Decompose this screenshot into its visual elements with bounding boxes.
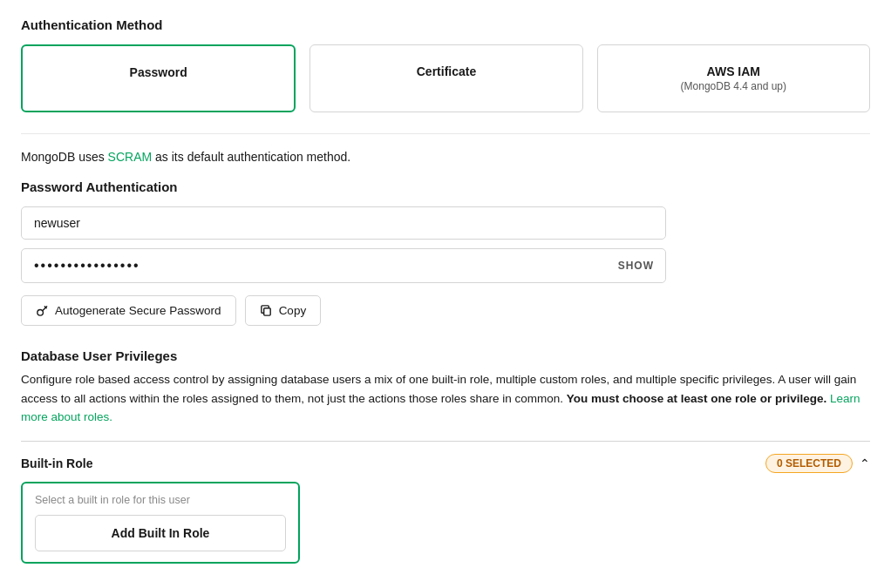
username-input[interactable] [21, 206, 666, 240]
auth-method-options: Password Certificate AWS IAM (MongoDB 4.… [21, 44, 870, 112]
built-in-role-controls: 0 SELECTED ⌃ [765, 454, 870, 473]
select-hint: Select a built in role for this user [35, 494, 286, 506]
password-input[interactable] [21, 248, 666, 283]
built-in-role-header: Built-in Role 0 SELECTED ⌃ [21, 442, 870, 482]
built-in-role-dropdown: Select a built in role for this user Add… [21, 482, 300, 564]
svg-rect-1 [263, 308, 270, 315]
key-icon [36, 304, 49, 317]
copy-icon [260, 304, 273, 317]
show-password-button[interactable]: SHOW [618, 260, 654, 272]
add-built-in-role-button[interactable]: Add Built In Role [35, 515, 286, 551]
password-auth-section: Password Authentication SHOW Autogenerat… [21, 179, 870, 326]
scram-prefix: MongoDB uses [21, 150, 108, 164]
auth-method-title: Authentication Method [21, 17, 870, 32]
db-privileges-desc: Configure role based access control by a… [21, 370, 870, 427]
auth-divider [21, 133, 870, 134]
db-privileges-title: Database User Privileges [21, 348, 870, 363]
copy-label: Copy [279, 304, 307, 317]
autogenerate-label: Autogenerate Secure Password [55, 304, 221, 317]
scram-suffix: as its default authentication method. [152, 150, 350, 164]
scram-info: MongoDB uses SCRAM as its default authen… [21, 150, 870, 164]
auth-option-certificate[interactable]: Certificate [309, 44, 582, 112]
copy-button[interactable]: Copy [245, 295, 322, 326]
built-in-role-label: Built-in Role [21, 456, 92, 470]
auth-option-aws-iam-sub: (MongoDB 4.4 and up) [681, 80, 786, 92]
db-privileges-section: Database User Privileges Configure role … [21, 348, 870, 564]
password-auth-title: Password Authentication [21, 179, 870, 194]
auth-option-password-label: Password [130, 65, 187, 79]
selected-badge-text: 0 SELECTED [777, 457, 841, 470]
selected-badge: 0 SELECTED [765, 454, 853, 473]
db-privileges-desc-bold: You must choose at least one role or pri… [567, 392, 826, 405]
password-wrapper: SHOW [21, 248, 666, 283]
auth-option-aws-iam[interactable]: AWS IAM (MongoDB 4.4 and up) [597, 44, 870, 112]
auth-option-certificate-label: Certificate [417, 64, 476, 78]
auth-option-password[interactable]: Password [21, 44, 296, 112]
auth-option-aws-iam-label: AWS IAM [707, 64, 760, 78]
auth-method-section: Authentication Method Password Certifica… [21, 17, 870, 112]
scram-link[interactable]: SCRAM [108, 150, 153, 164]
password-action-row: Autogenerate Secure Password Copy [21, 295, 870, 326]
chevron-up-icon[interactable]: ⌃ [860, 456, 870, 470]
autogenerate-button[interactable]: Autogenerate Secure Password [21, 295, 236, 326]
